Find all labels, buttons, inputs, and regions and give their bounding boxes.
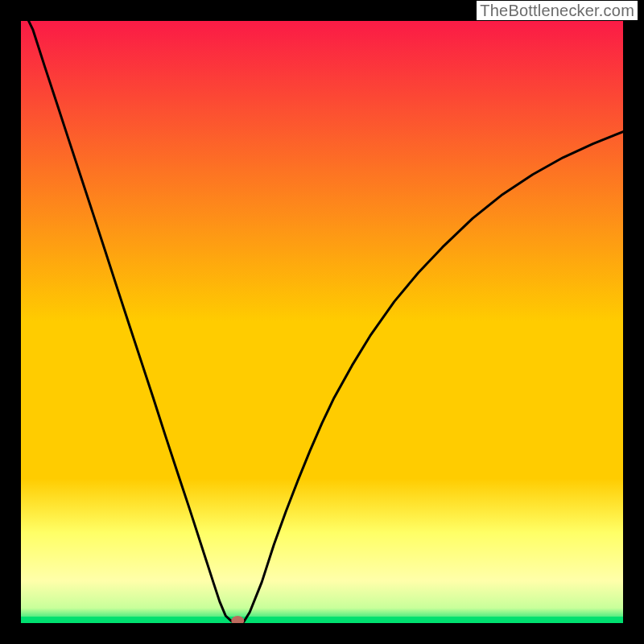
chart-frame: TheBottlenecker.com [0, 0, 644, 644]
svg-rect-0 [21, 21, 623, 623]
svg-rect-1 [21, 617, 623, 623]
attribution-label: TheBottlenecker.com [477, 1, 638, 20]
plot-area [21, 21, 623, 623]
chart-svg [21, 21, 623, 623]
